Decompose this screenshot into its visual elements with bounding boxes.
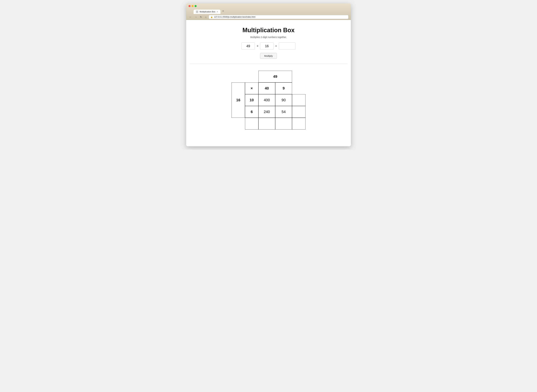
result-input[interactable] <box>279 42 296 50</box>
calculator-row: × = <box>189 42 348 50</box>
grid-row2-ones: 54 <box>275 106 292 118</box>
home-button[interactable]: ⌂ <box>204 15 207 19</box>
page-subtitle: Multiplies 2-digit numbers together. <box>189 36 348 38</box>
grid-header-x: × <box>245 83 259 94</box>
grid-total-label <box>245 118 259 130</box>
address-bar[interactable]: 🔒 127.0.0.1:5500/js-multiplication-box/i… <box>209 15 349 19</box>
refresh-button[interactable]: ↻ <box>199 15 203 19</box>
minimize-button[interactable] <box>192 5 193 7</box>
tab-close-button[interactable]: ✕ <box>217 11 218 13</box>
lock-icon: 🔒 <box>211 16 213 18</box>
browser-addressbar: ← → ↻ ⌂ 🔒 127.0.0.1:5500/js-multiplicati… <box>186 14 351 20</box>
number2-input[interactable] <box>260 42 273 50</box>
back-button[interactable]: ← <box>188 15 192 19</box>
browser-window: Multiplication Box ✕ + ← → ↻ ⌂ 🔒 127.0.0… <box>186 3 351 146</box>
number1-input[interactable] <box>241 42 255 50</box>
grid-total-ones <box>275 118 292 130</box>
browser-titlebar: Multiplication Box ✕ + <box>186 3 351 14</box>
close-button[interactable] <box>188 5 191 7</box>
grid-header-tens: 40 <box>259 83 275 94</box>
grid-row1-label: 10 <box>245 94 259 106</box>
tab-bar: Multiplication Box ✕ + <box>193 8 349 14</box>
tab-favicon <box>196 11 198 13</box>
multiplication-box-container: 49 × 40 9 16 10 400 90 6 240 54 <box>189 71 348 136</box>
new-tab-button[interactable]: + <box>221 8 226 14</box>
grid-header-ones: 9 <box>275 83 292 94</box>
page-content: Multiplication Box Multiplies 2-digit nu… <box>186 20 351 146</box>
url-text: 127.0.0.1:5500/js-multiplication-box/ind… <box>214 16 255 18</box>
forward-button[interactable]: → <box>194 15 198 19</box>
grid-row1-ones: 90 <box>275 94 292 106</box>
grid-total-sum <box>292 118 306 130</box>
grid-top-number: 49 <box>259 71 292 83</box>
page-title: Multiplication Box <box>189 27 348 34</box>
browser-controls <box>188 5 349 7</box>
active-tab[interactable]: Multiplication Box ✕ <box>193 9 221 14</box>
grid-row2-label: 6 <box>245 106 259 118</box>
maximize-button[interactable] <box>195 5 197 7</box>
multiplication-grid: 49 × 40 9 16 10 400 90 6 240 54 <box>231 71 306 130</box>
grid-total-tens <box>259 118 275 130</box>
multiply-button[interactable]: Multiply <box>260 53 277 59</box>
grid-row2-sum <box>292 106 306 118</box>
equals-symbol: = <box>275 44 277 48</box>
grid-row2-tens: 240 <box>259 106 275 118</box>
grid-row1-tens: 400 <box>259 94 275 106</box>
times-symbol: × <box>257 44 259 48</box>
grid-left-number: 16 <box>231 83 245 118</box>
tab-title: Multiplication Box <box>200 11 215 13</box>
grid-row1-sum <box>292 94 306 106</box>
section-divider <box>189 64 348 64</box>
